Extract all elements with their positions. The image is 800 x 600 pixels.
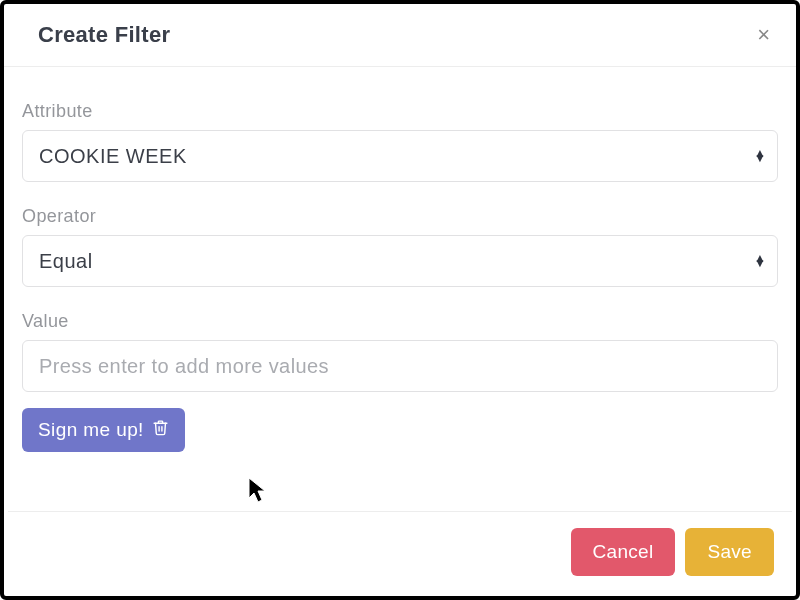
modal-header: Create Filter × (4, 4, 796, 67)
save-button[interactable]: Save (685, 528, 774, 576)
modal-body: Attribute COOKIE WEEK ▲▼ Operator Equal … (4, 67, 796, 470)
operator-label: Operator (22, 206, 778, 227)
cursor-icon (248, 477, 270, 509)
operator-select-value: Equal (22, 235, 778, 287)
value-input[interactable] (22, 340, 778, 392)
value-chip[interactable]: Sign me up! (22, 408, 185, 452)
value-chip-label: Sign me up! (38, 419, 144, 441)
value-label: Value (22, 311, 778, 332)
attribute-select[interactable]: COOKIE WEEK ▲▼ (22, 130, 778, 182)
close-button[interactable]: × (757, 24, 770, 46)
operator-select[interactable]: Equal ▲▼ (22, 235, 778, 287)
sort-icon: ▲▼ (754, 151, 766, 162)
trash-icon (152, 419, 169, 441)
modal-footer: Cancel Save (8, 511, 792, 596)
cancel-button[interactable]: Cancel (571, 528, 676, 576)
attribute-label: Attribute (22, 101, 778, 122)
modal-title: Create Filter (38, 22, 170, 48)
sort-icon: ▲▼ (754, 256, 766, 267)
attribute-select-value: COOKIE WEEK (22, 130, 778, 182)
modal-dialog: Create Filter × Attribute COOKIE WEEK ▲▼… (0, 0, 800, 600)
attribute-field-group: Attribute COOKIE WEEK ▲▼ (22, 101, 778, 182)
value-field-group: Value (22, 311, 778, 392)
operator-field-group: Operator Equal ▲▼ (22, 206, 778, 287)
